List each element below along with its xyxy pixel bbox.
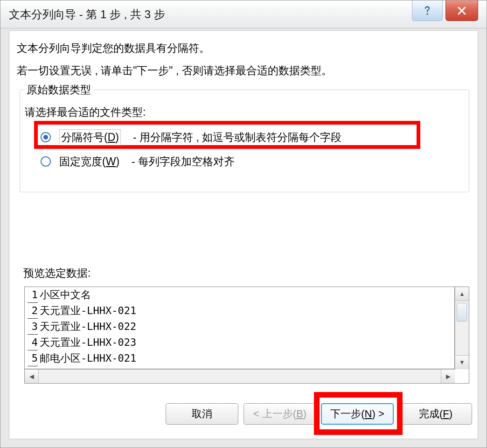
cancel-button[interactable]: 取消 [166,403,238,425]
horizontal-scrollbar[interactable]: ◀ ▶ [25,369,455,383]
preview-content: 1小区中文名 2天元置业-LHHX-021 3天元置业-LHHX-022 4天元… [25,287,455,369]
scroll-thumb[interactable] [457,303,467,322]
preview-line: 5邮电小区-LHHX-021 [25,350,454,366]
dialog-body: 文本分列向导判定您的数据具有分隔符。 若一切设置无误 , 请单击"下一步" , … [9,30,478,439]
svg-point-0 [426,13,428,14]
finish-button[interactable]: 完成(F) [399,403,472,425]
preview-label: 预览选定数据: [23,266,90,280]
scroll-right-icon[interactable]: ▶ [441,370,455,383]
scroll-up-icon[interactable]: ▲ [455,287,469,301]
intro-line1: 文本分列向导判定您的数据具有分隔符。 [17,41,210,56]
radio-fixedwidth[interactable] [41,156,51,167]
next-button[interactable]: 下一步(N) > [321,403,394,425]
scroll-left-icon[interactable]: ◀ [25,370,39,383]
choose-file-type-label: 请选择最合适的文件类型: [25,105,146,119]
radio-fixedwidth-label: 固定宽度(W) [59,154,119,169]
close-button[interactable] [445,0,478,21]
help-icon [422,5,433,16]
preview-line: 4天元置业-LHHX-023 [25,335,454,350]
radio-delimited-label: 分隔符号(D) [59,129,121,146]
preview-line: 2天元置业-LHHX-021 [25,303,454,319]
original-data-type-fieldset: 原始数据类型 请选择最合适的文件类型: 分隔符号(D) - 用分隔字符 , 如逗… [20,90,469,192]
radio-delimited[interactable] [41,132,51,142]
radio-fixedwidth-row[interactable]: 固定宽度(W) - 每列字段加空格对齐 [41,150,235,173]
scroll-down-icon[interactable]: ▼ [455,355,469,369]
preview-box: 1小区中文名 2天元置业-LHHX-021 3天元置业-LHHX-022 4天元… [24,287,469,384]
window: 文本分列向导 - 第 1 步 , 共 3 步 文本分列向导判定您的数据具有分隔符… [0,0,487,448]
close-icon [457,6,467,16]
help-button[interactable] [412,0,443,21]
window-title: 文本分列向导 - 第 1 步 , 共 3 步 [9,7,165,22]
radio-delimited-row[interactable]: 分隔符号(D) - 用分隔字符 , 如逗号或制表符分隔每个字段 [41,126,341,149]
preview-line: 1小区中文名 [25,287,454,303]
titlebar: 文本分列向导 - 第 1 步 , 共 3 步 [0,0,487,28]
intro-line2: 若一切设置无误 , 请单击"下一步" , 否则请选择最合适的数据类型。 [17,63,332,78]
radio-fixedwidth-desc: - 每列字段加空格对齐 [132,154,235,169]
radio-delimited-desc: - 用分隔字符 , 如逗号或制表符分隔每个字段 [133,130,341,145]
fieldset-legend: 原始数据类型 [24,83,94,97]
vertical-scrollbar[interactable]: ▲ ▼ [455,287,469,369]
back-button: < 上一步(B) [244,403,316,425]
preview-line: 3天元置业-LHHX-022 [25,319,454,335]
